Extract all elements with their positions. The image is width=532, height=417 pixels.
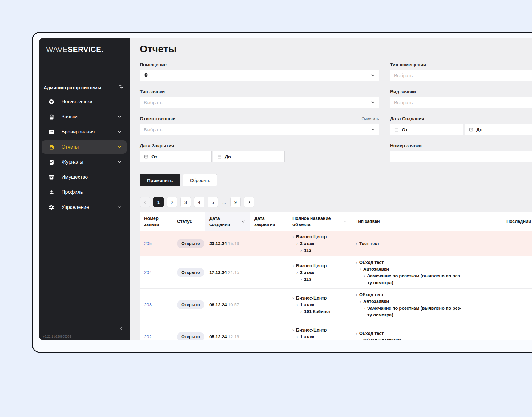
table-row[interactable]: 203 Открыто 06.12.24 10:57 ›Бизнес-Центр… — [140, 288, 532, 321]
date-created-to-input[interactable]: До — [465, 124, 532, 135]
reset-button[interactable]: Сбросить — [183, 174, 217, 186]
pagination-page[interactable]: 4 — [194, 197, 204, 207]
cell-created: 17.12.24 21:15 — [205, 256, 250, 288]
request-kind-placeholder: Выбрать... — [394, 100, 417, 105]
pagination-page[interactable]: 2 — [167, 197, 177, 207]
pagination-page[interactable]: 9 — [230, 197, 241, 207]
logout-icon[interactable] — [118, 85, 123, 90]
table-row[interactable]: 205 Открыто 23.12.24 15:19 ›Бизнес-Центр… — [140, 231, 532, 256]
sidebar-item-management[interactable]: Управление — [42, 201, 127, 214]
sidebar-item-reports[interactable]: Отчеты — [42, 140, 127, 154]
page-title: Отчеты — [140, 43, 532, 55]
request-kind-select[interactable]: Выбрать... — [390, 97, 532, 108]
filter-room-label: Помещение — [140, 62, 167, 67]
hierarchy-item: ›Бизнес-Центр — [292, 295, 347, 301]
cell-request-number: 202 — [140, 321, 173, 340]
hierarchy-item: ›113 — [292, 247, 347, 254]
sidebar-menu: Новая заявка Заявки Бронирования — [39, 95, 130, 214]
column-header-type[interactable]: Тип заявки — [351, 212, 502, 231]
sidebar-item-journals[interactable]: Журналы — [42, 155, 127, 169]
hierarchy-chevron: › — [296, 269, 298, 276]
cell-object: ›Бизнес-Центр›1 этаж›101 Кабинет — [288, 288, 351, 321]
pagination-prev-icon[interactable] — [140, 197, 150, 207]
request-type-select[interactable]: Выбрать... — [140, 97, 379, 108]
cell-executor — [502, 231, 532, 256]
request-id-link[interactable]: 205 — [144, 241, 152, 246]
sidebar-item-profile[interactable]: Профиль — [42, 185, 127, 199]
calendar-icon — [469, 127, 474, 132]
request-type-placeholder: Выбрать... — [144, 100, 166, 105]
column-header-created[interactable]: Дата создания — [205, 212, 250, 231]
sidebar-item-assets[interactable]: Имущество — [42, 170, 127, 184]
apply-button[interactable]: Применить — [140, 174, 180, 186]
calendar-icon — [217, 154, 222, 159]
hierarchy-item: ›Обход тест — [356, 259, 498, 266]
gear-icon — [48, 204, 55, 210]
filter-request-number-label: Номер заявки — [390, 143, 422, 148]
clipboard-icon — [48, 114, 55, 120]
sidebar-item-requests[interactable]: Заявки — [42, 110, 127, 124]
clear-responsible-link[interactable]: Очистить — [361, 117, 379, 121]
plus-circle-icon — [48, 99, 55, 105]
sidebar-collapse-icon[interactable] — [119, 326, 123, 331]
hierarchy-item: ›113 — [292, 276, 347, 283]
cell-status: Открыто — [173, 321, 205, 340]
column-header-executor[interactable]: Последний исполнитель — [502, 212, 532, 231]
brand-logo: WAVESERVICE. — [39, 38, 130, 54]
chevron-down-icon — [370, 73, 375, 78]
hierarchy-item: ›Обход Электрика — [356, 337, 498, 340]
calendar-icon — [394, 127, 399, 132]
filter-room: Помещение — [140, 62, 379, 81]
user-name: Администратор системы — [44, 85, 101, 90]
cell-created: 06.12.24 10:57 — [205, 288, 250, 321]
column-header-request-number[interactable]: Номер заявки — [140, 212, 173, 231]
sidebar-item-label: Новая заявка — [62, 99, 92, 105]
cell-object: ›Бизнес-Центр›2 этаж›113 — [288, 231, 351, 256]
cell-object: ›Бизнес-Центр›1 этаж›101 Кабинет — [288, 321, 351, 340]
chevron-down-icon — [117, 160, 122, 164]
cell-request-number: 204 — [140, 256, 173, 288]
responsible-select[interactable]: Выбрать... — [140, 124, 379, 135]
filter-date-closed-label: Дата Закрытия — [140, 143, 174, 148]
hierarchy-chevron: › — [360, 266, 361, 272]
hierarchy-item: ›Автозаявки — [356, 266, 498, 272]
request-id-link[interactable]: 203 — [144, 302, 152, 307]
request-number-input[interactable] — [390, 151, 532, 162]
reports-table: Номер заявки Статус Дата создания Дата з… — [140, 212, 532, 340]
cell-closed — [250, 321, 288, 340]
room-type-select[interactable]: Выбрать... — [390, 70, 532, 81]
filter-request-kind-label: Вид заявки — [390, 89, 416, 94]
sidebar-item-bookings[interactable]: Бронирования — [42, 125, 127, 139]
request-id-link[interactable]: 204 — [144, 270, 152, 275]
cell-request-number: 203 — [140, 288, 173, 321]
hierarchy-chevron: › — [364, 305, 365, 318]
date-closed-to-input[interactable]: До — [213, 151, 285, 162]
column-header-object[interactable]: Полное название объекта — [288, 212, 351, 231]
sort-chevron-icon[interactable] — [342, 219, 347, 224]
sort-chevron-icon[interactable] — [241, 219, 246, 224]
sidebar-item-new-request[interactable]: Новая заявка — [42, 95, 127, 109]
pagination-page[interactable]: 1 — [153, 197, 164, 207]
pagination-next-icon[interactable] — [244, 197, 254, 207]
cell-type: ›Обход тест›Автозаявки›Замечание по розе… — [351, 288, 502, 321]
cell-executor — [502, 321, 532, 340]
hierarchy-chevron: › — [360, 337, 361, 340]
pagination-page[interactable]: 3 — [180, 197, 191, 207]
hierarchy-chevron: › — [360, 298, 361, 305]
cell-type: ›Обход тест›Автозаявки›Замечание по розе… — [351, 256, 502, 288]
date-created-from-input[interactable]: От — [390, 124, 463, 135]
column-header-closed[interactable]: Дата закрытия — [250, 212, 288, 231]
table-row[interactable]: 204 Открыто 17.12.24 21:15 ›Бизнес-Центр… — [140, 256, 532, 288]
archive-box-icon — [48, 174, 55, 180]
table-row[interactable]: 202 Открыто 05.12.24 12:19 ›Бизнес-Центр… — [140, 321, 532, 340]
request-id-link[interactable]: 202 — [144, 334, 152, 339]
date-closed-from-input[interactable]: От — [140, 151, 212, 162]
location-pin-icon — [144, 73, 148, 78]
hierarchy-item: ›Тест тест — [356, 240, 498, 247]
pagination-page[interactable]: 5 — [208, 197, 218, 207]
room-select[interactable] — [140, 70, 379, 81]
filter-date-closed: Дата Закрытия От До — [140, 143, 379, 162]
column-header-status[interactable]: Статус — [173, 212, 205, 231]
sidebar-item-label: Имущество — [62, 174, 88, 180]
filters-panel: Помещение Тип помещений Выбрать... — [140, 62, 532, 162]
